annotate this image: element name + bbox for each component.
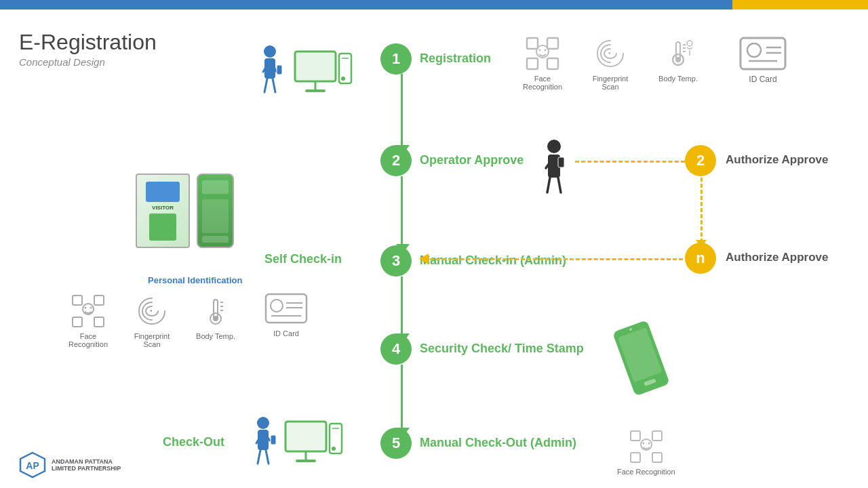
- checkout-label: Check-Out: [163, 435, 224, 449]
- svg-rect-73: [296, 460, 316, 462]
- step-5-label: Manual Check-Out (Admin): [420, 436, 576, 450]
- flow-line-4-5: [401, 365, 403, 430]
- flow-line-3-4: [401, 277, 403, 336]
- svg-point-1: [747, 43, 761, 57]
- svg-rect-8: [547, 58, 558, 69]
- body-temp-icon-top: [660, 35, 696, 72]
- svg-rect-5: [527, 38, 538, 49]
- svg-rect-79: [631, 453, 640, 462]
- id-card-top-icon: ID Card: [739, 35, 787, 84]
- logo-area: AP ANDAMAN PATTANA LIMITED PARTNERSHIP: [19, 451, 121, 479]
- top-icon-fingerprint: Fingerprint Scan: [583, 35, 637, 91]
- company-name: ANDAMAN PATTANA LIMITED PARTNERSHIP: [52, 458, 121, 472]
- svg-line-40: [558, 178, 561, 192]
- flow-line-2-3: [401, 176, 403, 247]
- svg-rect-6: [547, 38, 558, 49]
- company-name-line2: LIMITED PARTNERSHIP: [52, 465, 121, 472]
- svg-point-83: [648, 443, 650, 445]
- visitor-badge: VISITOR: [136, 174, 190, 248]
- svg-point-46: [85, 307, 87, 309]
- svg-line-39: [547, 178, 550, 192]
- svg-line-68: [258, 450, 260, 464]
- bottom-icon-fingerprint: Fingerprint Scan: [125, 293, 179, 348]
- svg-line-69: [266, 450, 269, 464]
- checkout-face-recognition-icon: [628, 428, 665, 465]
- svg-rect-42: [94, 296, 104, 305]
- svg-rect-38: [558, 157, 564, 167]
- security-phone-icon: [605, 313, 684, 408]
- svg-rect-43: [73, 317, 82, 327]
- svg-rect-80: [652, 453, 662, 462]
- id-card-icon-bottom: [264, 293, 308, 327]
- svg-rect-71: [285, 422, 326, 451]
- personal-id-label: Personal Identification: [148, 275, 242, 285]
- top-icons-row: Face Recognition Fingerprint Scan: [515, 35, 705, 91]
- step-circle-5: 5: [380, 428, 412, 459]
- auth-circle-2: 2: [685, 145, 716, 176]
- bottom-icons-row: Face Recognition Fingerprint Scan Body T: [61, 293, 313, 348]
- face-recognition-icon-bottom: [70, 293, 106, 329]
- svg-point-47: [90, 307, 92, 309]
- top-face-label: Face Recognition: [515, 75, 570, 91]
- personal-id-area: VISITOR: [136, 174, 190, 248]
- fingerprint-icon-top: [592, 35, 629, 72]
- svg-point-11: [545, 49, 547, 52]
- person-checkout: [251, 415, 288, 485]
- svg-rect-30: [305, 89, 326, 92]
- computer-monitor-icon: [292, 50, 353, 104]
- dotted-arrow-left: [419, 253, 429, 264]
- svg-point-82: [642, 443, 644, 445]
- auth-label-n: Authorize Approve: [726, 251, 828, 264]
- person-step2-operator: [536, 138, 573, 209]
- id-card-top-label: ID Card: [749, 75, 776, 84]
- svg-point-34: [547, 140, 561, 153]
- page-title: E-Registration: [19, 30, 157, 55]
- auth-circle-n: n: [685, 243, 716, 274]
- top-icon-temp: Body Temp.: [651, 35, 705, 83]
- step-circle-3: 3: [380, 245, 412, 277]
- bottom-icon-temp: Body Temp.: [189, 293, 243, 340]
- svg-point-63: [257, 417, 269, 429]
- company-logo: AP: [19, 451, 46, 479]
- checkout-face-icon-area: Face Recognition: [617, 428, 675, 476]
- bottom-temp-label: Body Temp.: [196, 332, 235, 340]
- svg-point-20: [264, 45, 276, 58]
- step-2-label: Operator Approve: [420, 153, 524, 167]
- bottom-face-label: Face Recognition: [61, 332, 115, 348]
- security-phone: [617, 320, 671, 404]
- self-checkin-label: Self Check-in: [264, 252, 342, 266]
- top-temp-label: Body Temp.: [658, 75, 698, 83]
- svg-rect-60: [618, 327, 662, 382]
- step-circle-4: 4: [380, 333, 412, 365]
- svg-rect-41: [73, 296, 82, 305]
- svg-rect-7: [527, 58, 538, 69]
- svg-point-55: [271, 300, 283, 312]
- top-bar-blue: [0, 0, 732, 9]
- main-content: E-Registration Conceptual Design ID Card: [0, 9, 868, 488]
- body-temp-icon-bottom: [197, 293, 234, 329]
- svg-rect-77: [631, 431, 640, 441]
- top-bar-gold: [732, 0, 868, 9]
- company-name-line1: ANDAMAN PATTANA: [52, 458, 121, 465]
- svg-point-18: [687, 41, 692, 46]
- svg-point-33: [341, 77, 345, 81]
- svg-rect-28: [295, 52, 336, 81]
- bottom-icon-idcard: ID Card: [259, 293, 313, 338]
- bottom-idcard-label: ID Card: [273, 329, 299, 338]
- bottom-fingerprint-label: Fingerprint Scan: [125, 332, 179, 348]
- top-fingerprint-label: Fingerprint Scan: [583, 75, 637, 91]
- svg-line-24: [264, 79, 267, 92]
- svg-text:AP: AP: [26, 460, 39, 471]
- page-subtitle: Conceptual Design: [19, 56, 157, 68]
- bottom-icon-face: Face Recognition: [61, 293, 115, 348]
- flow-line-1-2: [401, 74, 403, 148]
- dotted-line-n-3: [424, 258, 683, 260]
- svg-point-10: [539, 49, 541, 52]
- svg-rect-44: [94, 317, 104, 327]
- face-recognition-icon-top: [524, 35, 561, 72]
- id-card-icon-large: [739, 35, 787, 72]
- top-icon-face: Face Recognition: [515, 35, 570, 91]
- auth-label-2: Authorize Approve: [726, 153, 828, 167]
- svg-rect-26: [277, 65, 282, 75]
- checkout-monitor-icon: [282, 420, 343, 474]
